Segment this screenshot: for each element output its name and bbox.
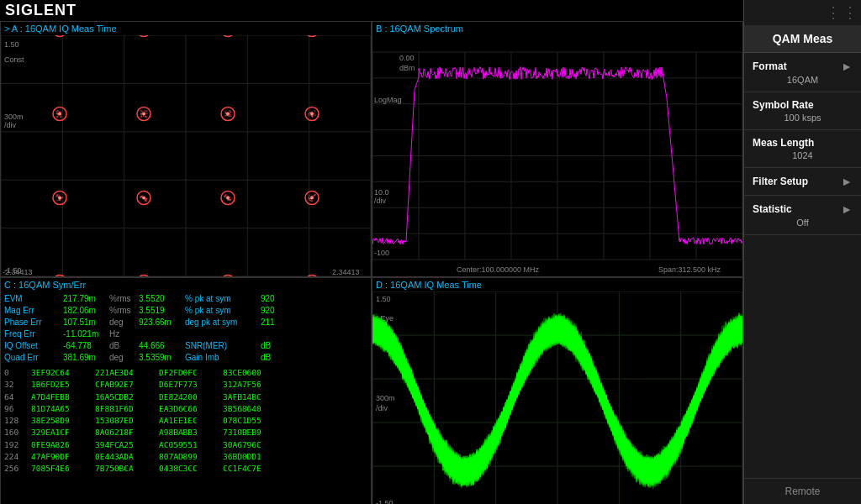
hex-cell-1-1: CFAB92E7 xyxy=(95,379,156,391)
hex-cell-6-3: 30A6796C xyxy=(223,439,283,451)
hex-cell-6-0: 0FE9A826 xyxy=(31,439,92,451)
sidebar-item-4[interactable]: Statistic ► Off xyxy=(744,196,861,235)
hex-row-6: 192 0FE9A826394FCA25AC05955130A6796C xyxy=(4,439,367,451)
stat-row-0: EVM 217.79m %rms 3.5520 % pk at sym 920 xyxy=(4,293,367,305)
hex-cell-8-1: 7B750BCA xyxy=(95,463,156,475)
stat-row-2: Phase Err 107.51m deg 923.66m deg pk at … xyxy=(4,317,367,328)
hex-cell-0-3: 83CE0600 xyxy=(223,367,283,379)
sidebar: ⋮⋮ QAM Meas Format ► 16QAM Symbol Rate 1… xyxy=(743,0,861,504)
hex-cell-6-2: AC059551 xyxy=(159,439,219,451)
sidebar-item-1[interactable]: Symbol Rate 100 ksps xyxy=(744,92,861,130)
stat-label-4: IQ Offset xyxy=(4,340,63,352)
panel-d: D : 16QAM IQ Meas Time Start: -1 sym Sto… xyxy=(372,277,743,504)
sidebar-item-0[interactable]: Format ► 16QAM xyxy=(744,53,861,92)
stat-val-0: 217.79m xyxy=(63,293,109,305)
sidebar-item-2[interactable]: Meas Length 1024 xyxy=(744,130,861,168)
hex-cell-2-1: 16A5CDB2 xyxy=(95,391,156,403)
panel-d-title: D : 16QAM IQ Meas Time xyxy=(372,278,742,291)
hex-cell-1-3: 312A7F56 xyxy=(223,379,283,391)
sidebar-items: Format ► 16QAM Symbol Rate 100 ksps Meas… xyxy=(744,53,861,235)
panel-b-title: B : 16QAM Spectrum xyxy=(372,22,742,35)
stat-unit-4: dB xyxy=(109,340,139,352)
stat-label-2: Phase Err xyxy=(4,317,63,328)
stat-label2-4: SNR(MER) xyxy=(185,340,261,352)
hex-cell-7-3: 36BD0DD1 xyxy=(223,451,283,463)
sidebar-item-label-0: Format ► xyxy=(753,60,853,73)
stat-row-5: Quad Err 381.69m deg 3.5359m Gain Imb dB xyxy=(4,352,367,364)
stat-row-3: Freq Err -11.021m Hz xyxy=(4,328,367,340)
hex-row-5: 160 329EA1CF8A06218FA98BABB37310BEB9 xyxy=(4,427,367,438)
panel-b-canvas xyxy=(372,35,742,275)
sidebar-item-value-4: Off xyxy=(753,218,853,228)
stat-row-4: IQ Offset -64.778 dB 44.666 SNR(MER) dB xyxy=(4,340,367,352)
stat-val-2: 107.51m xyxy=(63,317,109,328)
hex-cell-4-3: 078C1D55 xyxy=(223,415,283,427)
panel-c-title: C : 16QAM Sym/Err xyxy=(1,278,371,291)
stat-val-1: 182.06m xyxy=(63,305,109,317)
stat-label-0: EVM xyxy=(4,293,63,305)
stat-label-5: Quad Err xyxy=(4,352,63,364)
hex-row-8: 256 7085F4E67B750BCA0438C3CCCC1F4C7E xyxy=(4,463,367,475)
hex-row-0: 0 3EF92C64221AE3D4DF2FD0FC83CE0600 xyxy=(4,367,367,379)
stat-val2-4: 44.666 xyxy=(139,340,185,352)
hex-cell-2-2: DE824200 xyxy=(159,391,219,403)
hex-cell-5-2: A98BABB3 xyxy=(159,427,219,438)
hex-cell-1-0: 1B6FD2E5 xyxy=(31,379,92,391)
arrow-icon-0: ► xyxy=(841,60,853,73)
hex-row-3: 96 81D74A658F881F6DEA3D6C663B568640 xyxy=(4,403,367,415)
stat-val3-5: dB xyxy=(261,352,307,364)
stat-unit-3: Hz xyxy=(109,328,139,340)
panel-a-title: > A : 16QAM IQ Meas Time xyxy=(1,22,371,35)
sidebar-item-label-2: Meas Length xyxy=(753,137,853,149)
hex-cell-0-1: 221AE3D4 xyxy=(95,367,156,379)
hex-cell-4-1: 153087ED xyxy=(95,415,156,427)
sidebar-title: QAM Meas xyxy=(744,25,861,53)
stat-label2-3 xyxy=(185,328,261,340)
hex-cell-3-0: 81D74A65 xyxy=(31,403,92,415)
hex-cell-3-2: EA3D6C66 xyxy=(159,403,219,415)
hex-cell-6-1: 394FCA25 xyxy=(95,439,156,451)
hex-cell-3-1: 8F881F6D xyxy=(95,403,156,415)
sidebar-item-value-0: 16QAM xyxy=(753,75,853,85)
stat-row-1: Mag Err 182.06m %rms 3.5519 % pk at sym … xyxy=(4,305,367,317)
stat-val-3: -11.021m xyxy=(63,328,109,340)
hex-cell-4-2: AA1EE1EC xyxy=(159,415,219,427)
stat-label2-5: Gain Imb xyxy=(185,352,261,364)
hex-cell-0-2: DF2FD0FC xyxy=(159,367,219,379)
panel-a: > A : 16QAM IQ Meas Time xyxy=(0,21,372,277)
sidebar-item-3[interactable]: Filter Setup ► xyxy=(744,168,861,196)
panel-c: C : 16QAM Sym/Err EVM 217.79m %rms 3.552… xyxy=(0,277,372,504)
arrow-icon-4: ► xyxy=(841,202,853,216)
panel-c-content: EVM 217.79m %rms 3.5520 % pk at sym 920 … xyxy=(1,291,371,476)
hex-cell-5-1: 8A06218F xyxy=(95,427,156,438)
hex-cell-7-1: 0E443ADA xyxy=(95,451,156,463)
siglent-logo: SIGLENT xyxy=(5,2,77,19)
stat-label2-2: deg pk at sym xyxy=(185,317,261,328)
stat-val2-2: 923.66m xyxy=(139,317,185,328)
stat-unit-5: deg xyxy=(109,352,139,364)
stat-val3-2: 211 xyxy=(261,317,307,328)
hex-cell-1-2: D6E7F773 xyxy=(159,379,219,391)
hex-cell-2-0: A7D4FEBB xyxy=(31,391,92,403)
stat-unit-2: deg xyxy=(109,317,139,328)
hex-cell-8-3: CC1F4C7E xyxy=(223,463,283,475)
sidebar-item-label-4: Statistic ► xyxy=(753,202,853,216)
hex-row-4: 128 38E258D9153087EDAA1EE1EC078C1D55 xyxy=(4,415,367,427)
stat-val-4: -64.778 xyxy=(63,340,109,352)
hex-row-2: 64 A7D4FEBB16A5CDB2DE8242003AFB14BC xyxy=(4,391,367,403)
hex-cell-8-2: 0438C3CC xyxy=(159,463,219,475)
hex-row-1: 32 1B6FD2E5CFAB92E7D6E7F773312A7F56 xyxy=(4,379,367,391)
stat-val2-0: 3.5520 xyxy=(139,293,185,305)
stat-unit-0: %rms xyxy=(109,293,139,305)
stat-val2-1: 3.5519 xyxy=(139,305,185,317)
stat-label-3: Freq Err xyxy=(4,328,63,340)
hex-cell-7-0: 47AF90DF xyxy=(31,451,92,463)
panel-a-canvas xyxy=(1,35,371,275)
stat-label2-1: % pk at sym xyxy=(185,305,261,317)
hex-cell-5-3: 7310BEB9 xyxy=(223,427,283,438)
sidebar-dots-top: ⋮⋮ xyxy=(744,0,861,25)
hex-cell-5-0: 329EA1CF xyxy=(31,427,92,438)
hex-cell-3-3: 3B568640 xyxy=(223,403,283,415)
arrow-icon-3: ► xyxy=(841,175,853,188)
hex-cell-8-0: 7085F4E6 xyxy=(31,463,92,475)
